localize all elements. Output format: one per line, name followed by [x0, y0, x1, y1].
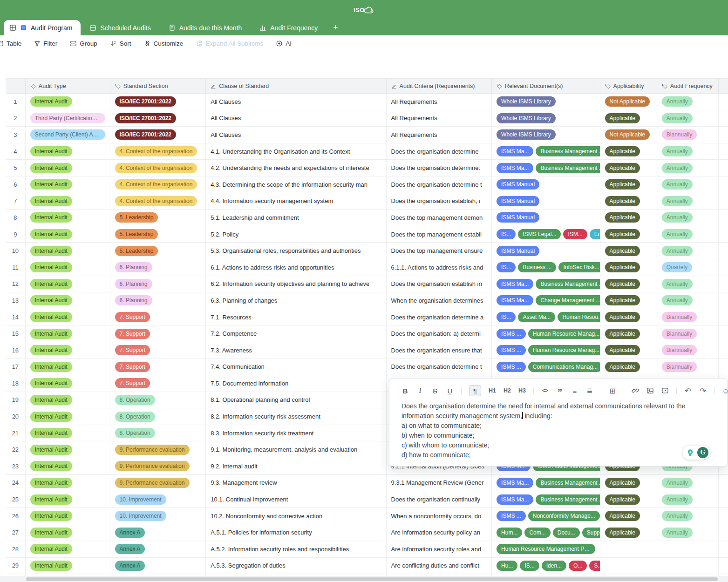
cell-audit-frequency[interactable]: Annually	[657, 524, 719, 541]
cell-relevant-documents[interactable]: Human Resource Management Process	[492, 541, 600, 557]
row-number[interactable]: 1	[6, 94, 26, 110]
cell-audit-frequency[interactable]: Annually	[657, 94, 719, 110]
cell-clause-of-standard[interactable]: All Clauses	[206, 94, 386, 110]
cell-audit-criteria[interactable]: All Requirements	[387, 110, 492, 127]
customize-button[interactable]: Customize	[144, 40, 184, 47]
row-number[interactable]: 20	[6, 408, 26, 425]
row-number[interactable]: 16	[6, 342, 26, 359]
cell-standard-section[interactable]: 6. Planning	[110, 292, 206, 309]
cell-audit-type[interactable]: Internal Audit	[26, 160, 110, 176]
row-number[interactable]: 17	[6, 359, 26, 375]
add-view-button[interactable]: +	[327, 20, 345, 35]
cell-relevant-documents[interactable]: ISMS Manual	[492, 243, 600, 259]
cell-audit-type[interactable]: Internal Audit	[26, 325, 110, 342]
cell-audit-frequency[interactable]: Quartely	[657, 259, 719, 276]
row-number[interactable]: 22	[6, 441, 26, 458]
cell-audit-frequency[interactable]	[657, 541, 719, 557]
cell-audit-frequency[interactable]: Annually	[657, 292, 719, 309]
row-number[interactable]: 19	[6, 392, 26, 408]
cell-clause-of-standard[interactable]: A.5.3. Segregation of duties	[206, 558, 386, 574]
cell-clause-of-standard[interactable]: 5.1. Leadership and commitment	[206, 210, 386, 226]
cell-audit-type[interactable]: Third Party (Certification) A...	[26, 110, 110, 127]
cell-clause-of-standard[interactable]: 4.2. Understanding the needs and expecta…	[206, 160, 386, 176]
header-applicability[interactable]: Applicability	[600, 79, 657, 93]
expand-all-subitems-button[interactable]: Expand All Subitems	[196, 40, 263, 47]
cell-clause-of-standard[interactable]: 7.2. Competence	[206, 325, 386, 342]
cell-standard-section[interactable]: 8. Operation	[110, 425, 206, 441]
cell-applicability[interactable]: Applicable	[600, 475, 657, 491]
cell-audit-type[interactable]: Internal Audit	[26, 408, 110, 425]
cell-audit-type[interactable]: Internal Audit	[26, 541, 110, 557]
cell-applicability[interactable]	[600, 541, 657, 557]
editor-ordered-list-button[interactable]: ≣	[586, 386, 593, 396]
cell-relevant-documents[interactable]: ISMS Ma...Change Management ...	[492, 292, 600, 309]
cell-relevant-documents[interactable]: ISMS ...Human Resource Manag...	[492, 342, 600, 359]
table-button[interactable]: Table	[0, 40, 21, 47]
cell-audit-criteria[interactable]: 6.1.1. Actions to address risks and	[387, 259, 492, 276]
cell-clause-of-standard[interactable]: A.5.2. Information security roles and re…	[206, 541, 386, 557]
cell-applicability[interactable]: Applicable	[600, 491, 657, 508]
cell-audit-type[interactable]: Internal Audit	[26, 292, 110, 309]
header-audit-criteria[interactable]: Audit Criteria (Requirements)	[387, 79, 492, 93]
cell-applicability[interactable]: Applicable	[600, 309, 657, 325]
cell-clause-of-standard[interactable]: All Clauses	[206, 127, 386, 143]
cell-standard-section[interactable]: 10. Improvement	[110, 491, 206, 508]
cell-applicability[interactable]: Applicable	[600, 110, 657, 127]
row-number[interactable]: 25	[6, 491, 26, 508]
cell-audit-type[interactable]: Internal Audit	[26, 508, 110, 524]
cell-audit-type[interactable]: Internal Audit	[26, 342, 110, 359]
cell-audit-type[interactable]: Internal Audit	[26, 441, 110, 458]
ai-button[interactable]: AI	[276, 40, 292, 47]
editor-link-button[interactable]	[632, 386, 639, 396]
cell-audit-type[interactable]: Internal Audit	[26, 375, 110, 392]
cell-audit-criteria[interactable]: Are conflicting duties and conflict	[387, 558, 492, 574]
cell-audit-type[interactable]: Internal Audit	[26, 524, 110, 541]
cell-relevant-documents[interactable]: Hu...IS...Iden...O...S...	[492, 558, 600, 574]
row-number[interactable]: 26	[6, 508, 26, 524]
cell-clause-of-standard[interactable]: 6.1. Actions to address risks and opport…	[206, 259, 386, 276]
cell-audit-type[interactable]: Internal Audit	[26, 425, 110, 441]
cell-clause-of-standard[interactable]: 7.5. Documented information	[206, 375, 386, 392]
cell-audit-criteria[interactable]: Does the top management ensure	[387, 243, 492, 259]
row-number[interactable]: 12	[6, 276, 26, 292]
suggestion-lightbulb-icon[interactable]	[685, 447, 696, 458]
header-relevant-documents[interactable]: Relevant Document(s)	[492, 79, 600, 93]
row-number[interactable]: 6	[6, 176, 26, 193]
cell-applicability[interactable]: Applicable	[600, 160, 657, 176]
cell-clause-of-standard[interactable]: 5.3. Organisational roles, responsibilit…	[206, 243, 386, 259]
cell-audit-frequency[interactable]: Annually	[657, 176, 719, 193]
cell-standard-section[interactable]: 5. Leadership	[110, 210, 206, 226]
row-number[interactable]: 3	[6, 127, 26, 143]
cell-relevant-documents[interactable]: ISMS ...Nonconformity Manage...	[492, 508, 600, 524]
cell-relevant-documents[interactable]: ISMS Ma...Business Management ...	[492, 491, 600, 508]
cell-relevant-documents[interactable]: ISMS ...Communications Manag...	[492, 359, 600, 375]
cell-applicability[interactable]: Applicable	[600, 524, 657, 541]
cell-standard-section[interactable]: 4. Context of the organisation	[110, 176, 206, 193]
row-number[interactable]: 4	[6, 143, 26, 160]
cell-standard-section[interactable]: ISO/IEC 27001:2022	[110, 110, 206, 127]
cell-audit-criteria[interactable]: Does the organisation establish, i	[387, 193, 492, 210]
cell-audit-criteria[interactable]: Does the top management demon	[387, 210, 492, 226]
cell-clause-of-standard[interactable]: 10.2. Nonconformity and corrective actio…	[206, 508, 386, 524]
cell-audit-frequency[interactable]: Annually	[657, 475, 719, 491]
row-number[interactable]: 23	[6, 458, 26, 474]
cell-relevant-documents[interactable]: ISMS Ma...Business Management ...	[492, 160, 600, 176]
editor-bullet-list-button[interactable]: ≡	[571, 386, 578, 396]
cell-audit-frequency[interactable]: Annually	[657, 243, 719, 259]
cell-standard-section[interactable]: 7. Support	[110, 325, 206, 342]
cell-audit-criteria[interactable]: Does the organisation determine a	[387, 309, 492, 325]
header-clause-of-standard[interactable]: Clause of Standard	[206, 79, 386, 93]
cell-relevant-documents[interactable]: IS...Business ...InfoSec Risk...	[492, 259, 600, 276]
cell-audit-type[interactable]: Internal Audit	[26, 143, 110, 160]
cell-standard-section[interactable]: Annex A	[110, 541, 206, 557]
editor-heading-1-button[interactable]: H1	[489, 386, 496, 396]
tab-audits-due-this-month[interactable]: Audits due this Month	[160, 20, 251, 35]
cell-clause-of-standard[interactable]: 7.3. Awareness	[206, 342, 386, 359]
editor-emoji-button[interactable]: ☺	[722, 386, 728, 396]
row-number[interactable]: 7	[6, 193, 26, 210]
cell-standard-section[interactable]: 5. Leadership	[110, 243, 206, 259]
cell-relevant-documents[interactable]: IS...ISMS Legal...ISM...Em...	[492, 226, 600, 243]
grammarly-icon[interactable]: G	[697, 447, 708, 458]
cell-applicability[interactable]: Applicable	[600, 243, 657, 259]
cell-relevant-documents[interactable]: IS...Asset Ma...Human Resou...	[492, 309, 600, 325]
